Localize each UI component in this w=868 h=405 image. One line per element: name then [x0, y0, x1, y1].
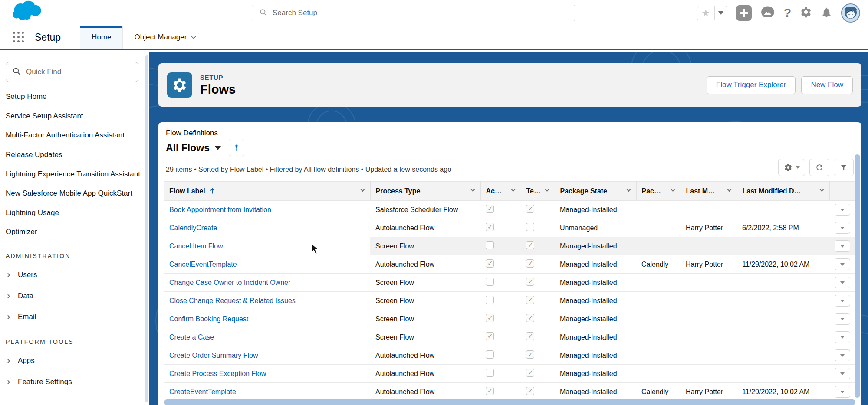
setup-gear-icon[interactable]	[800, 6, 812, 20]
row-actions-button[interactable]	[835, 331, 850, 343]
flow-label-link[interactable]: CancelEventTemplate	[169, 261, 237, 268]
refresh-button[interactable]	[809, 159, 829, 176]
column-menu-chevron[interactable]	[819, 187, 824, 192]
column-header-last-modified-date[interactable]: Last Modified D…	[737, 182, 829, 201]
sidebar-item-lightning-usage[interactable]: Lightning Usage	[0, 203, 149, 223]
flow-label-link[interactable]: CalendlyCreate	[169, 224, 217, 232]
help-icon[interactable]: ?	[784, 6, 791, 20]
flow-list-card: Flow Definitions All Flows 29 items • So…	[158, 122, 861, 405]
row-actions-button[interactable]	[835, 240, 850, 252]
sidebar-item-setup-home[interactable]: Setup Home	[0, 87, 149, 107]
row-actions-button[interactable]	[835, 258, 850, 270]
column-menu-chevron[interactable]	[511, 187, 515, 192]
sidebar-item-apps[interactable]: Apps	[0, 350, 149, 372]
flow-label-link[interactable]: Confirm Booking Request	[169, 315, 248, 323]
sidebar-item-users[interactable]: Users	[0, 265, 149, 286]
global-header: ?	[0, 0, 868, 26]
row-actions-button[interactable]	[835, 295, 850, 307]
sidebar-item-release-updates[interactable]: Release Updates	[0, 145, 149, 165]
flow-label-link[interactable]: CreateEventTemplate	[169, 388, 236, 395]
column-header-flow-label[interactable]: Flow Label	[164, 182, 370, 201]
last-modified-date-cell	[737, 274, 829, 292]
column-header-package-name[interactable]: Pac…	[636, 182, 681, 201]
column-header-template[interactable]: Te…	[521, 182, 555, 201]
quick-find-box	[6, 62, 138, 82]
sidebar-item-feature-settings[interactable]: Feature Settings	[0, 372, 149, 393]
process-type-cell: Autolaunched Flow	[370, 383, 480, 401]
sidebar-item-lex-transition-assistant[interactable]: Lightning Experience Transition Assistan…	[0, 165, 149, 184]
flow-label-link[interactable]: Close Change Request & Related Issues	[169, 297, 296, 304]
active-cell	[480, 383, 521, 401]
column-menu-chevron[interactable]	[671, 187, 675, 192]
package-state-cell: Managed-Installed	[555, 310, 636, 328]
app-launcher-icon[interactable]	[13, 32, 24, 43]
column-menu-chevron[interactable]	[626, 187, 631, 192]
row-actions-button[interactable]	[835, 349, 850, 361]
user-avatar[interactable]	[841, 3, 860, 23]
flow-label-link[interactable]: Book Appointment from Invitation	[169, 206, 271, 213]
horizontal-scrollbar[interactable]	[164, 399, 855, 405]
global-search	[252, 5, 575, 21]
column-menu-chevron[interactable]	[360, 187, 365, 192]
table-row: Create Process Exception Flow Autolaunch…	[164, 365, 855, 383]
column-menu-chevron[interactable]	[727, 187, 731, 192]
row-actions-button[interactable]	[835, 313, 850, 325]
setup-sidebar: Setup Home Service Setup Assistant Multi…	[0, 52, 149, 405]
column-menu-chevron[interactable]	[545, 187, 549, 192]
favorites-caret-icon[interactable]	[715, 6, 727, 20]
active-checkbox	[486, 259, 494, 268]
list-view-selector[interactable]: All Flows	[166, 142, 210, 154]
new-flow-button[interactable]: New Flow	[801, 76, 853, 94]
row-actions-button[interactable]	[835, 386, 850, 398]
sidebar-item-optimizer[interactable]: Optimizer	[0, 222, 149, 242]
last-modified-by-cell	[681, 237, 737, 255]
quick-create-button[interactable]	[736, 5, 752, 21]
flow-label-link[interactable]: Create Process Exception Flow	[169, 370, 266, 377]
column-header-process-type[interactable]: Process Type	[370, 182, 480, 201]
filter-button[interactable]	[834, 159, 854, 176]
row-actions-button[interactable]	[835, 277, 850, 288]
last-modified-date-cell	[737, 310, 829, 328]
sidebar-item-mfa-assistant[interactable]: Multi-Factor Authentication Assistant	[0, 126, 149, 145]
table-row: CalendlyCreate Autolaunched Flow Unmanag…	[164, 219, 855, 237]
pin-list-view-button[interactable]	[229, 139, 244, 157]
sidebar-item-data[interactable]: Data	[0, 286, 149, 307]
active-checkbox	[486, 296, 494, 304]
flow-label-link[interactable]: Create a Case	[169, 333, 214, 341]
column-header-package-state[interactable]: Package State	[555, 182, 636, 201]
row-actions-button[interactable]	[835, 204, 850, 216]
package-name-cell: Calendly	[636, 255, 681, 274]
favorites-button[interactable]	[697, 6, 727, 20]
search-setup-input[interactable]	[273, 9, 533, 17]
sidebar-item-mobile-app-quickstart[interactable]: New Salesforce Mobile App QuickStart	[0, 184, 149, 203]
list-settings-button[interactable]	[778, 159, 805, 176]
active-cell	[480, 365, 521, 383]
flow-trigger-explorer-button[interactable]: Flow Trigger Explorer	[707, 76, 796, 94]
flow-label-link[interactable]: Cancel Item Flow	[169, 242, 223, 250]
row-actions-button[interactable]	[835, 222, 850, 234]
active-checkbox	[486, 205, 494, 213]
last-modified-by-cell: Harry Potter	[681, 383, 737, 401]
trailhead-icon[interactable]	[760, 6, 775, 20]
sidebar-item-service-setup-assistant[interactable]: Service Setup Assistant	[0, 107, 149, 126]
search-icon	[12, 67, 21, 77]
flow-label-link[interactable]: Change Case Owner to Incident Owner	[169, 279, 290, 286]
column-menu-chevron[interactable]	[470, 187, 475, 192]
process-type-cell: Autolaunched Flow	[370, 255, 480, 274]
package-state-cell: Unmanaged	[555, 219, 636, 237]
last-modified-date-cell	[737, 237, 829, 255]
sidebar-scrollbar[interactable]	[145, 55, 148, 402]
column-header-active[interactable]: Ac…	[480, 182, 521, 201]
quick-find-input[interactable]	[26, 68, 126, 76]
active-cell	[480, 201, 521, 219]
star-icon[interactable]	[697, 6, 715, 20]
row-actions-button[interactable]	[835, 368, 850, 379]
view-caret-icon[interactable]	[215, 146, 221, 150]
vertical-scrollbar[interactable]	[855, 154, 860, 398]
tab-object-manager[interactable]: Object Manager	[123, 26, 207, 49]
sidebar-item-email[interactable]: Email	[0, 307, 149, 328]
tab-home[interactable]: Home	[80, 26, 123, 49]
flow-label-link[interactable]: Create Order Summary Flow	[169, 352, 258, 359]
notifications-bell-icon[interactable]	[821, 7, 832, 20]
column-header-last-modified-by[interactable]: Last M…	[681, 182, 737, 201]
